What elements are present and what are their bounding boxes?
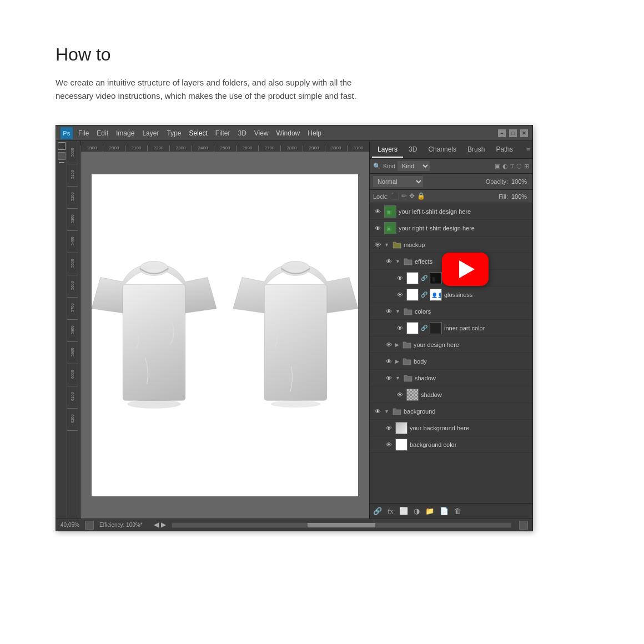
- canvas-wrapper[interactable]: [80, 152, 369, 519]
- layer-item-shadow[interactable]: 👁 shadow: [370, 386, 532, 403]
- panel-menu-icon[interactable]: ≡: [526, 145, 530, 154]
- folder-icon: [404, 257, 412, 266]
- panel-tabs: Layers 3D Channels Brush Paths ≡: [370, 141, 532, 159]
- filter-shape-icon[interactable]: ⬡: [516, 163, 522, 170]
- link-layers-icon[interactable]: 🔗: [373, 507, 382, 516]
- layer-item-your-background[interactable]: 👁 your background here: [370, 420, 532, 436]
- layer-visibility-eye[interactable]: 👁: [395, 274, 404, 283]
- add-mask-icon[interactable]: ⬜: [399, 507, 408, 516]
- filter-type-icon[interactable]: T: [510, 163, 514, 170]
- tab-layers[interactable]: Layers: [372, 142, 403, 158]
- layer-item-glossiness[interactable]: 👁 🔗 👤👤 glossiness: [370, 286, 532, 303]
- nav-prev[interactable]: ◀: [154, 521, 159, 529]
- filter-type-select[interactable]: Kind Name: [398, 161, 430, 171]
- ruler-mark-2500: 2500: [214, 145, 236, 152]
- layer-chain-icon: 🔗: [421, 275, 427, 281]
- tab-paths[interactable]: Paths: [490, 142, 519, 158]
- layer-visibility-eye[interactable]: 👁: [384, 257, 393, 266]
- layer-visibility-eye[interactable]: 👁: [384, 424, 393, 432]
- lock-image-icon[interactable]: ✏: [401, 192, 407, 200]
- scroll-bar-bottom[interactable]: [172, 522, 511, 528]
- layer-chain-icon: 🔗: [421, 291, 427, 298]
- tab-3d[interactable]: 3D: [403, 142, 422, 158]
- svg-rect-2: [123, 284, 185, 400]
- menu-view[interactable]: View: [254, 129, 269, 137]
- layer-item-right-design[interactable]: 👁 ▣ your right t-shirt design here: [370, 220, 532, 237]
- menu-select[interactable]: Select: [189, 129, 207, 137]
- add-layer-icon[interactable]: 📄: [440, 507, 449, 516]
- svg-text:▣: ▣: [386, 209, 391, 215]
- add-folder-icon[interactable]: 📁: [425, 507, 434, 516]
- youtube-button[interactable]: [442, 253, 489, 286]
- filter-pixel-icon[interactable]: ▣: [495, 163, 500, 170]
- filter-adjust-icon[interactable]: ◐: [502, 163, 508, 170]
- layer-item-mockup[interactable]: 👁 ▼ mockup: [370, 237, 532, 253]
- folder-arrow: ▼: [395, 259, 400, 264]
- layer-chain-icon: 🔗: [421, 325, 427, 331]
- layer-item-your-design[interactable]: 👁 ▶ your design here: [370, 336, 532, 353]
- add-adjustment-icon[interactable]: ◑: [414, 507, 420, 516]
- layer-item-colors[interactable]: 👁 ▼ colors: [370, 303, 532, 320]
- filter-type-icons: ▣ ◐ T ⬡ ⊞: [495, 163, 529, 170]
- layer-item-background-folder[interactable]: 👁 ▼ background: [370, 403, 532, 420]
- layer-item-shadow-folder[interactable]: 👁 ▼ shadow: [370, 370, 532, 386]
- ruler-mark: 6100: [67, 386, 78, 409]
- menu-filter[interactable]: Filter: [215, 129, 230, 137]
- layer-item-body[interactable]: 👁 ▶ body: [370, 353, 532, 370]
- lock-position-icon[interactable]: ✥: [409, 192, 415, 200]
- page-description: We create an intuitive structure of laye…: [56, 76, 366, 103]
- layers-list: 👁 ▣ your left t-shirt design here 👁 ▣: [370, 203, 532, 503]
- minimize-button[interactable]: –: [498, 129, 506, 137]
- folder-icon: [402, 357, 411, 366]
- menu-help[interactable]: Help: [308, 129, 321, 137]
- layer-name: body: [414, 358, 529, 365]
- filter-smart-icon[interactable]: ⊞: [524, 163, 529, 170]
- layer-visibility-eye[interactable]: 👁: [395, 324, 404, 333]
- layer-visibility-eye[interactable]: 👁: [384, 340, 393, 349]
- close-button[interactable]: ✕: [520, 129, 528, 137]
- layer-visibility-eye[interactable]: 👁: [395, 390, 404, 399]
- scroll-thumb: [308, 523, 375, 527]
- nav-next[interactable]: ▶: [161, 521, 166, 529]
- layer-visibility-eye[interactable]: 👁: [384, 440, 393, 449]
- ps-titlebar: Ps File Edit Image Layer Type Select Fil…: [56, 125, 532, 141]
- layer-visibility-eye[interactable]: 👁: [395, 290, 404, 299]
- layer-visibility-eye[interactable]: 👁: [384, 374, 393, 383]
- menu-layer[interactable]: Layer: [142, 129, 159, 137]
- layer-visibility-eye[interactable]: 👁: [373, 224, 382, 233]
- svg-text:|||: |||: [432, 276, 435, 281]
- ruler-mark-2900: 2900: [303, 145, 325, 152]
- tool-icon[interactable]: [58, 142, 66, 150]
- layer-visibility-eye[interactable]: 👁: [384, 357, 393, 366]
- layer-visibility-eye[interactable]: 👁: [373, 207, 382, 216]
- tool-icon2[interactable]: [58, 152, 66, 160]
- layer-name: shadow: [415, 375, 529, 381]
- lock-transparent-icon[interactable]: ⬛: [391, 192, 399, 200]
- tab-channels[interactable]: Channels: [422, 142, 462, 158]
- menu-image[interactable]: Image: [116, 129, 134, 137]
- maximize-button[interactable]: □: [509, 129, 517, 137]
- layer-item-left-design[interactable]: 👁 ▣ your left t-shirt design here: [370, 203, 532, 220]
- menu-edit[interactable]: Edit: [97, 129, 108, 137]
- page-container: How to We create an intuitive structure …: [0, 0, 644, 576]
- menu-window[interactable]: Window: [276, 129, 300, 137]
- tab-brush[interactable]: Brush: [462, 142, 490, 158]
- layer-thumbnail: [406, 289, 419, 301]
- layer-thumbnail: [395, 439, 407, 451]
- layer-visibility-eye[interactable]: 👁: [373, 407, 382, 416]
- layer-visibility-eye[interactable]: 👁: [384, 307, 393, 316]
- layer-visibility-eye[interactable]: 👁: [373, 240, 382, 249]
- delete-layer-icon[interactable]: 🗑: [454, 507, 461, 516]
- layer-item-inner-color[interactable]: 👁 🔗 inner part color: [370, 320, 532, 336]
- ruler-mark: 6000: [67, 364, 78, 386]
- blend-mode-select[interactable]: Normal Multiply Screen: [373, 176, 423, 187]
- layer-item-background-color[interactable]: 👁 background color: [370, 436, 532, 453]
- menu-type[interactable]: Type: [167, 129, 181, 137]
- menu-file[interactable]: File: [78, 129, 89, 137]
- add-effect-icon[interactable]: fx: [388, 507, 394, 516]
- ruler-mark-2000: 2000: [103, 145, 125, 152]
- menu-3d[interactable]: 3D: [238, 129, 246, 137]
- lock-all-icon[interactable]: 🔒: [417, 192, 425, 200]
- ruler-mark: 5200: [67, 187, 78, 209]
- layer-name: inner part color: [444, 325, 529, 331]
